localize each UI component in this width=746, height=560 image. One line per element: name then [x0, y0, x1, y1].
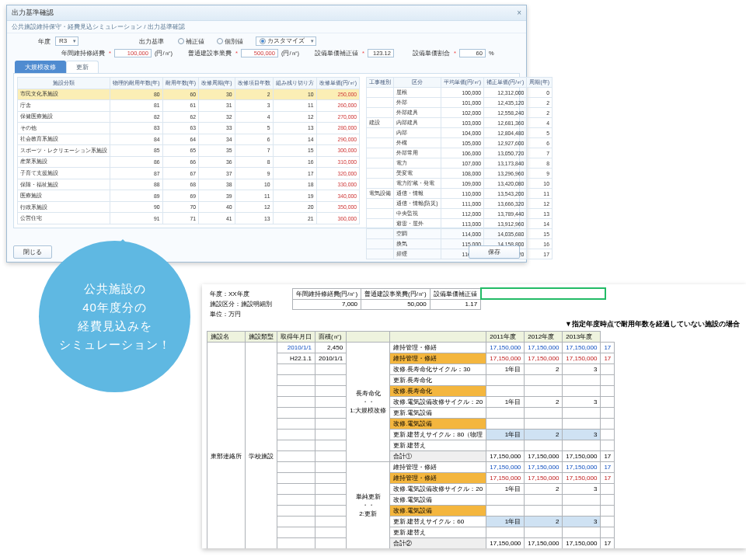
- year-label: 年度: [38, 37, 51, 46]
- facility-grid[interactable]: 施設分類物理的耐用年数(年)耐用年数(年)改修周期(年)改修項目年数組み残り切り…: [17, 77, 360, 224]
- sheet-banner: ▼指定年度時点で耐用年数を経過していない施設の場合: [202, 319, 746, 331]
- param-row-1: 年度 R3 出力基準 補正値 個別値 カスタマイズ: [7, 33, 526, 47]
- dialog-titlebar: 出力基準確認 ×: [7, 5, 526, 21]
- sheet-main-table[interactable]: 施設名施設類型取得年月日面積(㎡)2011年度2012年度2013年度東部連絡所…: [207, 331, 622, 548]
- dialog-title: 出力基準確認: [12, 8, 54, 18]
- equip-input[interactable]: 123.12: [368, 49, 394, 57]
- close-icon[interactable]: ×: [517, 9, 521, 17]
- tab-major-repair[interactable]: 大規模改修: [15, 61, 66, 73]
- build-label: 普通建設事業費: [188, 50, 232, 57]
- work-grid[interactable]: 工事種別区分平均単価(円/㎡)補正単価(円/㎡)周期(年)屋根100,00012…: [366, 77, 553, 259]
- ratio-input[interactable]: 60: [459, 49, 486, 57]
- radio-individual[interactable]: 個別値: [217, 37, 243, 46]
- year-select[interactable]: R3: [55, 37, 78, 46]
- radio-corrected[interactable]: 補正値: [178, 37, 204, 46]
- close-button[interactable]: 閉じる: [13, 245, 52, 259]
- tab-renewal[interactable]: 更新: [66, 61, 99, 73]
- equip-label: 設備単価補正値: [315, 50, 358, 57]
- output-std-label: 出力基準: [139, 37, 164, 46]
- breadcrumb: 公共施設維持保守・経費見込シミュレーション / 出力基準確認: [7, 21, 526, 33]
- output-criteria-dialog: 出力基準確認 × 公共施設維持保守・経費見込シミュレーション / 出力基準確認 …: [6, 5, 527, 263]
- annual-label: 年間維持修繕費: [61, 50, 105, 57]
- simulation-sheet: 年度：XX年度 年間維持修繕費(円/㎡) 普通建設事業費(円/㎡) 設備単価補正…: [202, 284, 746, 548]
- ratio-label: 設備単価割合: [413, 50, 450, 57]
- param-row-2: 年間維持修繕費* 100,000 (円/㎡) 普通建設事業費* 500,000 …: [7, 47, 526, 61]
- active-cell[interactable]: [481, 288, 605, 299]
- save-button[interactable]: 保存: [469, 245, 520, 259]
- tab-body: 施設分類物理的耐用年数(年)耐用年数(年)改修周期(年)改修項目年数組み残り切り…: [13, 73, 520, 228]
- annual-input[interactable]: 100,000: [114, 49, 152, 57]
- speech-bubble: 公共施設の 40年度分の 経費見込みを シミュレーション！: [39, 241, 190, 392]
- sheet-header-table: 年度：XX年度 年間維持修繕費(円/㎡) 普通建設事業費(円/㎡) 設備単価補正…: [207, 287, 606, 319]
- radio-customize[interactable]: カスタマイズ: [256, 37, 316, 46]
- build-input[interactable]: 500,000: [241, 49, 278, 57]
